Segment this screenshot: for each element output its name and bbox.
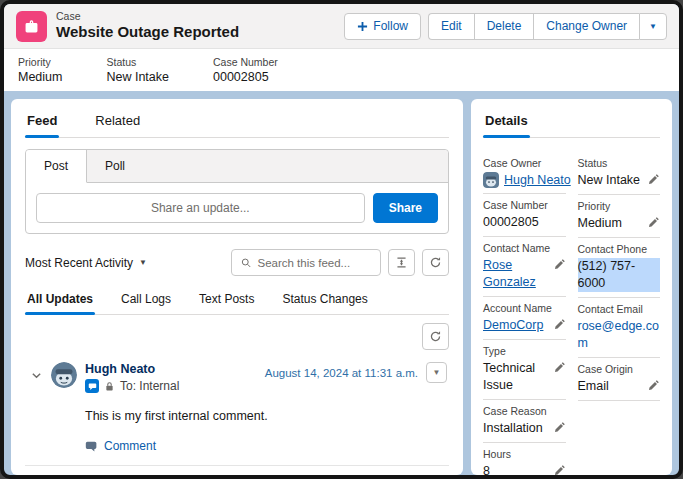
case-owner-link[interactable]: Hugh Neato [504, 173, 571, 187]
contact-email-link[interactable]: rose@edge.com [578, 318, 661, 352]
case-owner-value: Hugh Neato [483, 172, 566, 188]
highlight-priority: Priority Medium [18, 56, 62, 82]
change-owner-button[interactable]: Change Owner [533, 13, 639, 40]
publisher-tabs: Post Poll [26, 150, 448, 183]
field-label: Type [483, 345, 566, 357]
filter-tab-text-posts[interactable]: Text Posts [197, 292, 256, 314]
record-title-block: Case Website Outage Reported [56, 10, 344, 41]
field-case-reason: Case Reason Installation [483, 400, 566, 443]
contact-name-link[interactable]: Rose Gonzalez [483, 257, 550, 291]
plus-icon [357, 21, 368, 32]
feed-panel: Feed Related Post Poll Share Most Recent… [11, 99, 463, 475]
tab-poll[interactable]: Poll [87, 150, 143, 182]
feed-search-box [231, 249, 381, 276]
feed-search-input[interactable] [257, 257, 371, 269]
astro-avatar-icon [483, 172, 499, 188]
tab-details[interactable]: Details [483, 111, 530, 137]
field-value: 8 [483, 463, 490, 476]
field-label: Contact Name [483, 242, 566, 254]
edit-pencil-icon[interactable] [648, 379, 660, 391]
feed-filter-tabs: All Updates Call Logs Text Posts Status … [25, 292, 449, 315]
chatter-publisher: Post Poll Share [25, 149, 449, 234]
feed-controls: Most Recent Activity ▼ [25, 249, 449, 276]
avatar[interactable] [51, 362, 77, 388]
field-value: Technical Issue [483, 360, 550, 394]
field-case-owner: Case Owner Hug [483, 152, 566, 194]
filter-tab-status-changes[interactable]: Status Changes [280, 292, 369, 314]
more-actions-button[interactable]: ▼ [639, 13, 667, 40]
field-status: Status New Intake [578, 152, 661, 195]
publisher-body: Share [26, 183, 448, 233]
field-label: Contact Phone [578, 243, 661, 255]
field-contact-name: Contact Name Rose Gonzalez [483, 237, 566, 297]
delete-button[interactable]: Delete [474, 13, 534, 40]
record-tabs: Feed Related [25, 111, 449, 138]
feed-item-context: To: Internal [85, 379, 179, 393]
field-value: New Intake [578, 172, 641, 189]
edit-pencil-icon[interactable] [554, 258, 566, 270]
share-update-input[interactable] [36, 193, 365, 223]
priority-label: Priority [18, 56, 62, 68]
edit-pencil-icon[interactable] [554, 464, 566, 476]
feed-refresh-button[interactable] [422, 249, 449, 276]
comment-action[interactable]: Comment [85, 439, 447, 453]
share-button[interactable]: Share [373, 193, 438, 223]
feed-list-refresh-button[interactable] [422, 323, 449, 350]
edit-pencil-icon[interactable] [648, 173, 660, 185]
status-label: Status [106, 56, 169, 68]
field-label: Account Name [483, 302, 566, 314]
collapse-all-button[interactable] [388, 249, 415, 276]
tab-related[interactable]: Related [93, 111, 142, 137]
feed-item-menu-button[interactable]: ▼ [426, 362, 447, 383]
field-hours: Hours 8 [483, 443, 566, 476]
details-tab-row: Details [483, 111, 660, 138]
case-object-icon [16, 11, 47, 42]
feed-controls-right [231, 249, 449, 276]
field-case-origin: Case Origin Email [578, 358, 661, 401]
highlight-status: Status New Intake [106, 56, 169, 82]
details-fields: Case Owner Hug [483, 152, 660, 475]
astro-avatar-icon [51, 362, 77, 388]
status-value: New Intake [106, 70, 169, 84]
feed-sort-dropdown[interactable]: Most Recent Activity ▼ [25, 256, 147, 270]
edit-pencil-icon[interactable] [554, 318, 566, 330]
edit-pencil-icon[interactable] [554, 361, 566, 373]
filter-tab-call-logs[interactable]: Call Logs [119, 292, 173, 314]
follow-button[interactable]: Follow [344, 13, 421, 40]
chevron-down-icon: ▼ [649, 22, 657, 31]
field-label: Contact Email [578, 303, 661, 315]
internal-comment-icon [85, 379, 99, 393]
case-number-label: Case Number [213, 56, 278, 68]
field-value: Installation [483, 420, 543, 437]
briefcase-icon [22, 17, 41, 36]
case-number-value: 00002805 [213, 70, 278, 84]
field-label: Status [578, 157, 661, 169]
filter-tab-all-updates[interactable]: All Updates [25, 292, 95, 314]
field-value: Medium [578, 215, 622, 232]
field-contact-phone: Contact Phone (512) 757-6000 [578, 238, 661, 298]
feed-item-content: Hugh Neato To: Internal [85, 362, 447, 453]
priority-value: Medium [18, 70, 62, 84]
account-name-link[interactable]: DemoCorp [483, 317, 543, 334]
field-value: 00002805 [483, 214, 539, 231]
sort-label: Most Recent Activity [25, 256, 133, 270]
chevron-down-icon: ▼ [433, 368, 441, 377]
tab-post[interactable]: Post [26, 150, 87, 183]
search-icon [241, 257, 251, 269]
chevron-down-icon [31, 370, 42, 381]
collapse-item-button[interactable] [31, 367, 43, 453]
record-header: Case Website Outage Reported Follow Edit… [4, 4, 679, 49]
author-link[interactable]: Hugh Neato [85, 362, 179, 376]
timestamp-link[interactable]: August 14, 2024 at 11:31 a.m. [265, 367, 418, 379]
tab-feed[interactable]: Feed [25, 111, 59, 137]
visibility-label: To: Internal [120, 379, 179, 393]
chevron-down-icon: ▼ [139, 258, 147, 267]
edit-pencil-icon[interactable] [554, 421, 566, 433]
contact-phone-value[interactable]: (512) 757-6000 [578, 258, 661, 292]
edit-button[interactable]: Edit [428, 13, 474, 40]
object-label: Case [56, 10, 344, 23]
header-actions: Follow Edit Delete Change Owner ▼ [344, 13, 667, 40]
field-account-name: Account Name DemoCorp [483, 297, 566, 340]
comment-bubble-icon [85, 440, 98, 453]
edit-pencil-icon[interactable] [648, 216, 660, 228]
